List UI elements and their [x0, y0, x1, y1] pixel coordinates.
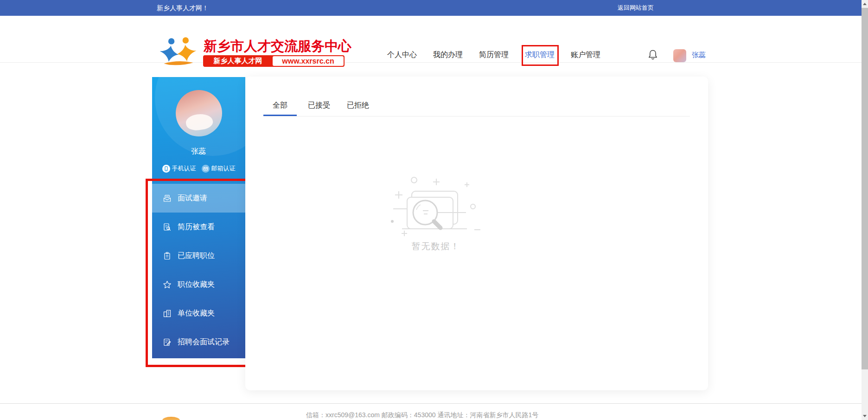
nav-account-management[interactable]: 账户管理 [571, 50, 600, 60]
sidebar: 张蕊 手机认证 邮箱认证 面试邀请 [152, 77, 245, 358]
content-card: 全部 已接受 已拒绝 暂 [245, 77, 708, 390]
tab-rejected[interactable]: 已拒绝 [341, 98, 375, 116]
scrollbar-up-arrow-icon[interactable] [862, 0, 868, 8]
phone-badge-label: 手机认证 [172, 164, 196, 173]
nav-resume-management[interactable]: 简历管理 [479, 50, 509, 60]
star-icon [163, 280, 172, 289]
user-avatar[interactable] [176, 90, 222, 136]
mail-verification-badge: 邮箱认证 [202, 164, 236, 173]
org-title: 新乡市人才交流服务中心 [204, 37, 351, 56]
mail-unverified-icon [202, 165, 210, 173]
footer-contact-info: 信箱：xxrc509@163.com 邮政编码：453000 通讯地址：河南省新… [306, 411, 473, 420]
back-home-link[interactable]: 返回网站首页 [618, 0, 654, 16]
header-avatar[interactable] [673, 49, 686, 62]
company-icon [163, 309, 172, 318]
empty-state-illustration [389, 176, 482, 241]
header: 新乡市人才交流服务中心 新乡人事人才网 www.xxrsrc.cn 个人中心 我… [0, 16, 862, 63]
footer-divider [0, 403, 862, 404]
footer-logo-icon [162, 417, 180, 420]
mail-badge-label: 邮箱认证 [211, 164, 236, 173]
logo-icon [156, 36, 200, 66]
logo-banner: 新乡人事人才网 www.xxrsrc.cn [203, 55, 345, 67]
sidebar-item-label: 已应聘职位 [178, 251, 215, 261]
topbar: 新乡人事人才网！ 返回网站首页 [0, 0, 862, 16]
tab-divider [263, 116, 690, 116]
sidebar-item-applied-jobs[interactable]: 已应聘职位 [152, 241, 245, 270]
sidebar-item-interview-invitations[interactable]: 面试邀请 [152, 184, 245, 213]
sidebar-item-job-favorites[interactable]: 职位收藏夹 [152, 270, 245, 299]
tab-all[interactable]: 全部 [263, 98, 297, 116]
empty-state-text: 暂无数据！ [388, 240, 484, 252]
scrollbar[interactable] [862, 0, 868, 420]
tab-accepted[interactable]: 已接受 [302, 98, 336, 116]
status-tabs: 全部 已接受 已拒绝 [263, 98, 375, 116]
phone-verified-icon [162, 165, 170, 173]
topbar-site-link[interactable]: 新乡人事人才网！ [157, 0, 209, 16]
sidebar-item-label: 职位收藏夹 [178, 280, 215, 290]
sidebar-item-label: 招聘会面试记录 [178, 337, 230, 347]
scrollbar-down-arrow-icon[interactable] [862, 412, 868, 420]
nav-my-processing[interactable]: 我的办理 [433, 50, 463, 60]
sidebar-item-resume-viewed[interactable]: 简历被查看 [152, 213, 245, 241]
applied-jobs-icon [163, 252, 172, 260]
bell-icon[interactable] [647, 49, 658, 61]
scrollbar-thumb[interactable] [862, 8, 868, 369]
sidebar-item-label: 面试邀请 [178, 194, 207, 203]
sidebar-item-label: 单位收藏夹 [178, 309, 215, 318]
main-nav: 个人中心 我的办理 简历管理 求职管理 账户管理 [387, 32, 600, 78]
sidebar-menu: 面试邀请 简历被查看 已应聘职位 [152, 184, 245, 356]
verification-badges: 手机认证 邮箱认证 [152, 164, 245, 173]
sidebar-item-job-fair-interview-records[interactable]: 招聘会面试记录 [152, 328, 245, 356]
nav-personal-center[interactable]: 个人中心 [387, 50, 417, 60]
phone-verification-badge: 手机认证 [162, 164, 196, 173]
nav-job-seeking-management[interactable]: 求职管理 [525, 50, 555, 60]
interview-record-icon [163, 338, 172, 347]
page: 新乡人事人才网！ 返回网站首页 新乡市人才交流服务中心 新乡人事人才网 www.… [0, 0, 868, 420]
sidebar-item-company-favorites[interactable]: 单位收藏夹 [152, 299, 245, 328]
banner-url: www.xxrsrc.cn [273, 56, 344, 66]
header-username[interactable]: 张蕊 [692, 32, 706, 78]
envelope-icon [163, 194, 172, 203]
sidebar-username: 张蕊 [152, 147, 245, 156]
sidebar-item-label: 简历被查看 [178, 222, 215, 232]
banner-site-name: 新乡人事人才网 [203, 57, 273, 65]
resume-viewed-icon [163, 223, 172, 232]
